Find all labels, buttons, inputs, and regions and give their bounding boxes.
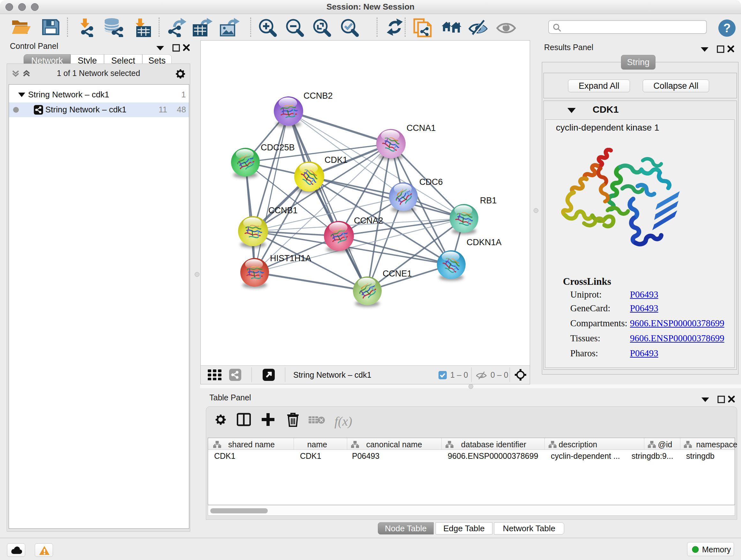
- svg-text:RB1: RB1: [480, 196, 497, 205]
- svg-text:CCNB1: CCNB1: [268, 206, 298, 215]
- svg-text:CDC6: CDC6: [419, 177, 443, 187]
- svg-text:CDKN1A: CDKN1A: [467, 238, 502, 247]
- svg-text:CCNA1: CCNA1: [407, 123, 436, 133]
- svg-text:CDK1: CDK1: [325, 155, 347, 165]
- svg-text:HIST1H1A: HIST1H1A: [270, 253, 311, 263]
- svg-text:CDC25B: CDC25B: [261, 143, 295, 152]
- svg-text:CCNB2: CCNB2: [304, 91, 333, 101]
- svg-text:?: ?: [723, 21, 731, 35]
- svg-text:CCNA2: CCNA2: [354, 216, 383, 226]
- svg-text:CCNE1: CCNE1: [383, 269, 412, 278]
